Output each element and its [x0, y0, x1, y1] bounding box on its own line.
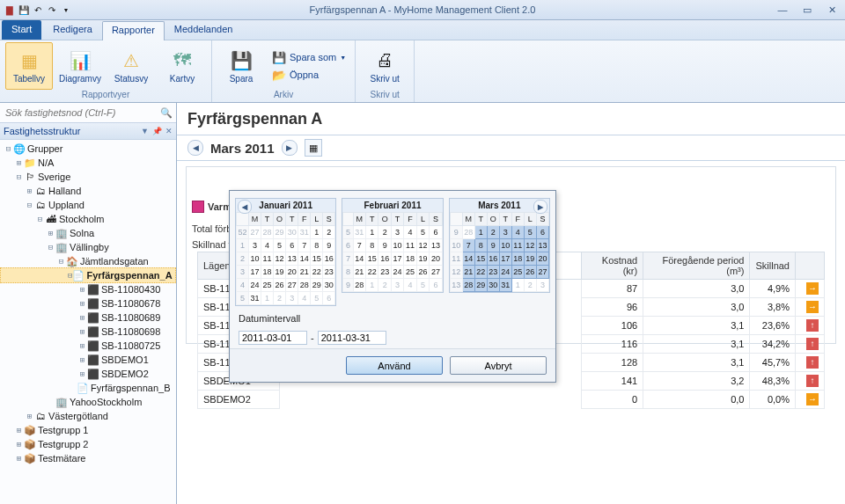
oppna-button[interactable]: 📂Öppna: [268, 67, 349, 83]
cal-day[interactable]: 24: [391, 266, 403, 279]
cal-day[interactable]: 19: [524, 252, 536, 266]
cal-day[interactable]: 5: [416, 279, 429, 292]
cal-day[interactable]: 28: [353, 279, 365, 292]
cal-day[interactable]: 6: [323, 292, 335, 305]
cal-day[interactable]: 4: [511, 226, 524, 239]
cal-day[interactable]: 29: [474, 279, 487, 292]
tree-node[interactable]: ⊞⬛SB-11080689: [0, 310, 176, 325]
cal-day[interactable]: 2: [378, 279, 391, 292]
cal-day[interactable]: 6: [536, 226, 548, 239]
cal-next-icon[interactable]: ▶: [533, 200, 547, 214]
calendar-button[interactable]: ▦: [305, 139, 322, 157]
qat-save-icon[interactable]: 💾: [18, 4, 30, 16]
cal-day[interactable]: 11: [511, 239, 524, 252]
cal-day[interactable]: 5: [524, 226, 536, 239]
cal-day[interactable]: 23: [378, 266, 391, 279]
tree-node[interactable]: ⊞🏢Solna: [0, 226, 176, 240]
expand-icon[interactable]: ⊟: [35, 215, 45, 223]
mini-calendar[interactable]: Mars 2011▶MTOTFLS92812345610789101112131…: [449, 198, 550, 293]
cal-day[interactable]: 20: [286, 266, 298, 279]
cal-day[interactable]: 1: [365, 226, 378, 239]
cal-day[interactable]: 4: [404, 226, 416, 239]
cal-day[interactable]: 26: [416, 266, 429, 279]
cal-day[interactable]: 21: [298, 266, 311, 279]
cal-day[interactable]: 13: [536, 239, 548, 252]
cal-day[interactable]: 11: [404, 239, 416, 252]
search-icon[interactable]: 🔍: [160, 107, 173, 119]
cal-day[interactable]: 17: [499, 252, 511, 266]
cal-day[interactable]: 1: [311, 226, 323, 239]
cal-day[interactable]: 30: [323, 279, 335, 292]
cal-day[interactable]: 10: [391, 239, 403, 252]
cal-day[interactable]: 18: [404, 252, 416, 266]
tree-node[interactable]: ⊟🏠Jämtlandsgatan: [0, 254, 176, 268]
cal-day[interactable]: 5: [416, 226, 429, 239]
cal-day[interactable]: 10: [499, 239, 511, 252]
cal-day[interactable]: 3: [391, 279, 403, 292]
cal-day[interactable]: 8: [474, 239, 487, 252]
cal-day[interactable]: 27: [536, 266, 548, 279]
cal-day[interactable]: 29: [311, 279, 323, 292]
expand-icon[interactable]: ⊞: [14, 440, 24, 449]
cal-day[interactable]: 4: [261, 239, 274, 252]
cal-day[interactable]: 25: [261, 279, 274, 292]
cal-day[interactable]: 28: [298, 279, 311, 292]
kartvy-button[interactable]: 🗺Kartvy: [158, 42, 206, 90]
cal-day[interactable]: 31: [298, 226, 311, 239]
cal-day[interactable]: 19: [274, 266, 286, 279]
cal-day[interactable]: 23: [323, 266, 335, 279]
cal-day[interactable]: 18: [261, 266, 274, 279]
cal-day[interactable]: 27: [249, 226, 261, 239]
cal-day[interactable]: 21: [353, 266, 365, 279]
cal-day[interactable]: 30: [487, 279, 499, 292]
tree-node[interactable]: ⊟🌐Grupper: [0, 142, 176, 156]
tree-node[interactable]: ⊟🏳Sverige: [0, 170, 176, 184]
cal-day[interactable]: 9: [487, 239, 499, 252]
cal-prev-icon[interactable]: ◀: [238, 200, 252, 214]
cal-day[interactable]: 3: [536, 279, 548, 292]
pane-pin-icon[interactable]: 📌: [152, 127, 162, 135]
cal-day[interactable]: 7: [462, 239, 474, 252]
date-from-input[interactable]: [239, 331, 307, 345]
cal-day[interactable]: 7: [298, 239, 311, 252]
expand-icon[interactable]: ⊞: [77, 299, 87, 308]
cal-day[interactable]: 2: [487, 226, 499, 239]
search-input[interactable]: [4, 106, 157, 119]
cal-day[interactable]: 12: [416, 239, 429, 252]
tree-node[interactable]: ⊞⬛SB-11080430: [0, 282, 176, 296]
cal-day[interactable]: 4: [298, 292, 311, 305]
statusvy-button[interactable]: ⚠Statusvy: [107, 42, 155, 90]
cal-day[interactable]: 14: [353, 252, 365, 266]
cal-day[interactable]: 1: [511, 279, 524, 292]
tree-node[interactable]: ⊞⬛SBDEMO1: [0, 353, 176, 367]
cal-day[interactable]: 1: [474, 226, 487, 239]
tree[interactable]: ⊟🌐Grupper⊞📁N/A⊟🏳Sverige⊞🗂Halland⊟🗂Upplan…: [0, 140, 176, 504]
cal-day[interactable]: 8: [311, 239, 323, 252]
expand-icon[interactable]: ⊞: [77, 369, 87, 378]
tree-node[interactable]: ⊟🏢Vällingby: [0, 240, 176, 254]
tab-redigera[interactable]: Redigera: [43, 20, 102, 40]
qat-undo-icon[interactable]: ↶: [32, 4, 44, 16]
cal-day[interactable]: 19: [416, 252, 429, 266]
tree-node[interactable]: ⊟📄Fyrfärgspennan_A: [0, 267, 176, 283]
next-period-button[interactable]: ▶: [282, 140, 298, 156]
close-button[interactable]: ✕: [822, 4, 841, 16]
expand-icon[interactable]: ⊟: [14, 172, 24, 181]
cal-day[interactable]: 31: [249, 292, 261, 305]
cal-day[interactable]: 27: [286, 279, 298, 292]
expand-icon[interactable]: ⊞: [77, 313, 87, 322]
date-to-input[interactable]: [318, 331, 386, 345]
expand-icon[interactable]: ⊞: [77, 327, 87, 336]
tree-node[interactable]: ⊞⬛SB-11080678: [0, 296, 176, 310]
cal-day[interactable]: 22: [474, 266, 487, 279]
cal-day[interactable]: 20: [536, 252, 548, 266]
cal-day[interactable]: 3: [249, 239, 261, 252]
tab-rapporter[interactable]: Rapporter: [102, 21, 165, 40]
cal-day[interactable]: 15: [311, 252, 323, 266]
cal-day[interactable]: 8: [365, 239, 378, 252]
cal-day[interactable]: 12: [274, 252, 286, 266]
tab-start[interactable]: Start: [2, 20, 41, 40]
cal-day[interactable]: 17: [249, 266, 261, 279]
search-box[interactable]: 🔍: [0, 103, 176, 123]
cal-day[interactable]: 2: [274, 292, 286, 305]
